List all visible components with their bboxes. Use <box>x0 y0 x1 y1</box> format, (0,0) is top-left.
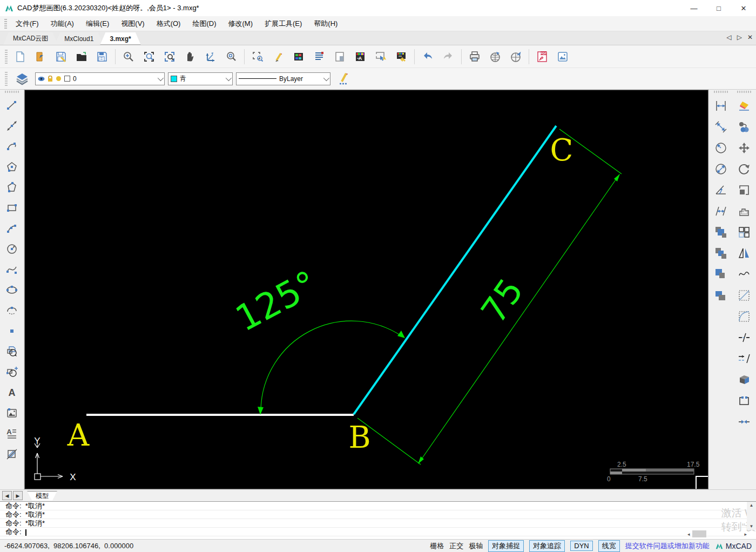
toggle-polar[interactable]: 极轴 <box>469 541 483 551</box>
select-frame-button[interactable] <box>248 47 267 66</box>
minimize-button[interactable]: — <box>681 0 706 16</box>
point-button[interactable] <box>3 322 21 340</box>
line-bc[interactable] <box>354 126 556 414</box>
insert-image-button[interactable] <box>553 47 572 66</box>
label-c[interactable]: C <box>550 132 573 167</box>
arc-button[interactable] <box>3 137 21 156</box>
aligned-dimension[interactable]: 75 <box>357 129 622 465</box>
quick-select-button[interactable] <box>371 47 390 66</box>
rectangle-button[interactable] <box>3 199 21 217</box>
command-input-line[interactable]: 命令: <box>0 528 747 536</box>
layer-properties-button[interactable]: A <box>350 47 370 66</box>
line-button[interactable] <box>3 96 21 115</box>
stretch-button[interactable] <box>735 181 753 199</box>
dim-aligned-button[interactable] <box>712 118 730 136</box>
zoom-center-button[interactable] <box>221 47 241 66</box>
tab-scroll-left-icon[interactable]: ◁ <box>726 33 731 41</box>
tab-mxcloud1[interactable]: MxCloud1 <box>55 32 103 45</box>
new-file-button[interactable] <box>10 47 30 66</box>
menu-edit[interactable]: 编辑(E) <box>80 17 114 31</box>
erase-button[interactable] <box>735 97 753 115</box>
image-button[interactable] <box>3 404 21 422</box>
edit-pencil-icon[interactable] <box>334 69 353 89</box>
label-a[interactable]: A <box>67 418 90 453</box>
spline-button[interactable] <box>3 260 21 279</box>
export-pdf-button[interactable]: PDF <box>532 47 552 66</box>
linetype-dropdown[interactable]: ByLayer <box>236 72 330 85</box>
array-button[interactable] <box>735 223 753 241</box>
toggle-dyn[interactable]: DYN <box>570 541 592 551</box>
toggle-lineweight[interactable]: 线宽 <box>598 540 620 552</box>
match-properties-button[interactable] <box>392 47 411 66</box>
multiline-text-button[interactable]: A <box>3 425 21 443</box>
break-button[interactable] <box>735 392 753 410</box>
create-block-button[interactable] <box>3 363 21 381</box>
menu-ext-tools[interactable]: 扩展工具(E) <box>259 17 307 31</box>
redo-button[interactable] <box>438 47 458 66</box>
pan-button[interactable] <box>180 47 200 66</box>
ellipse-button[interactable] <box>3 281 21 299</box>
model-tab[interactable]: 模型 <box>27 491 57 501</box>
web-publish-button[interactable] <box>485 47 505 66</box>
layout-next-button[interactable]: ▶ <box>13 491 23 500</box>
dim-distance-button[interactable] <box>712 202 730 220</box>
circle-button[interactable] <box>3 240 21 258</box>
scroll-down-icon[interactable]: ▼ <box>750 524 754 529</box>
dim-angular-button[interactable] <box>712 181 730 199</box>
array-copy-1-button[interactable] <box>712 223 730 241</box>
array-copy-4-button[interactable] <box>712 286 730 305</box>
sketch-pencil-button[interactable] <box>268 47 288 66</box>
ucs-axes-button[interactable] <box>201 47 220 66</box>
offset-button[interactable] <box>735 202 753 220</box>
command-vertical-scrollbar[interactable]: ▲▼ <box>747 502 756 530</box>
print-button[interactable] <box>465 47 484 66</box>
menu-view[interactable]: 视图(V) <box>116 17 150 31</box>
undo-button[interactable] <box>418 47 437 66</box>
tab-3mxg-active[interactable]: 3.mxg* <box>100 32 140 45</box>
zoom-extents-button[interactable] <box>160 47 179 66</box>
toggle-otrack[interactable]: 对象追踪 <box>529 540 565 552</box>
scroll-right-icon[interactable]: ▸ <box>744 531 747 537</box>
polygon-button[interactable] <box>3 158 21 176</box>
menu-file[interactable]: 文件(F) <box>10 17 44 31</box>
save-button[interactable] <box>51 47 71 66</box>
close-button[interactable]: ✕ <box>731 0 756 16</box>
construction-line-button[interactable] <box>3 117 21 135</box>
menu-function[interactable]: 功能(A) <box>45 17 79 31</box>
chamfer-button[interactable] <box>735 286 753 305</box>
layers-stack-icon[interactable] <box>12 69 32 89</box>
mirror-button[interactable] <box>735 244 753 262</box>
scroll-left-icon[interactable]: ◂ <box>687 531 690 537</box>
trim-button[interactable] <box>735 328 753 347</box>
dim-linear-button[interactable] <box>712 97 730 115</box>
toggle-grid[interactable]: 栅格 <box>430 541 444 551</box>
viewport-corner-grip[interactable] <box>696 476 708 489</box>
web-open-button[interactable] <box>506 47 525 66</box>
layout-prev-button[interactable]: ◀ <box>2 491 12 500</box>
single-text-button[interactable]: A <box>3 383 21 402</box>
color-dropdown[interactable]: 青 <box>168 72 233 85</box>
dim-radius-button[interactable] <box>712 139 730 157</box>
feedback-link[interactable]: 提交软件问题或增加新功能 <box>625 541 710 551</box>
text-style-button[interactable] <box>309 47 329 66</box>
tab-mxcad-cloud[interactable]: MxCAD云图 <box>3 32 58 45</box>
move-button[interactable] <box>735 139 753 157</box>
ellipse-arc-button[interactable] <box>3 301 21 320</box>
command-line-panel[interactable]: 命令: *取消* 命令: *取消* 命令: *取消* 命令: 激活 W 转到“设… <box>0 501 756 539</box>
revision-cloud-button[interactable] <box>735 265 753 284</box>
copy-button[interactable] <box>735 118 753 136</box>
zoom-window-button[interactable] <box>139 47 159 66</box>
rotate-button[interactable] <box>735 160 753 178</box>
array-copy-3-button[interactable] <box>712 265 730 284</box>
tab-close-icon[interactable]: ✕ <box>747 33 753 41</box>
toggle-osnap[interactable]: 对象捕捉 <box>488 540 524 552</box>
layer-dropdown[interactable]: 0 <box>35 72 165 85</box>
toggle-ortho[interactable]: 正交 <box>449 541 463 551</box>
join-button[interactable] <box>735 413 753 431</box>
scroll-up-icon[interactable]: ▲ <box>750 503 754 508</box>
page-setup-button[interactable] <box>330 47 349 66</box>
fillet-button[interactable] <box>735 307 753 326</box>
maximize-button[interactable]: □ <box>706 0 731 16</box>
hatch-button[interactable] <box>3 445 21 463</box>
polyline-button[interactable] <box>3 178 21 197</box>
